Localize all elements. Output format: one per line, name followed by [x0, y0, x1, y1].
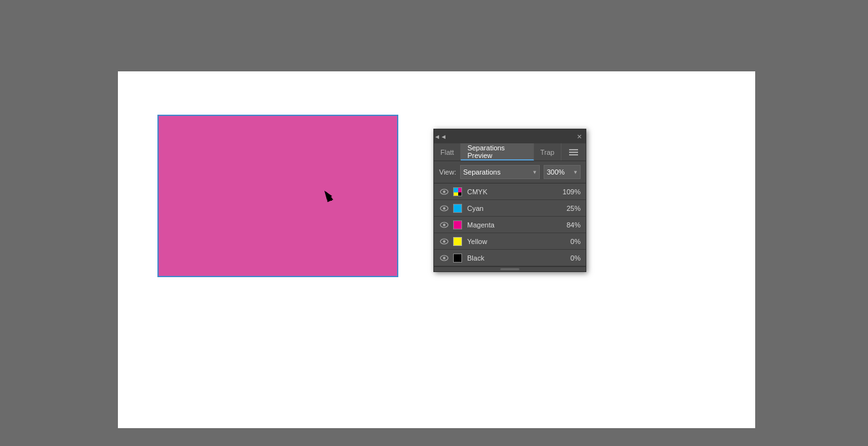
- svg-point-9: [443, 257, 445, 259]
- color-row-magenta[interactable]: Magenta 84%: [434, 217, 586, 233]
- panel-resize-handle[interactable]: [500, 268, 519, 270]
- visibility-icon-black[interactable]: [439, 253, 449, 263]
- tab-trap[interactable]: Trap: [534, 143, 561, 161]
- color-percent-yellow: 0%: [558, 238, 581, 245]
- cmyk-color-swatch: [453, 187, 462, 196]
- color-percent-black: 0%: [558, 254, 581, 262]
- view-select-wrapper: Separations All Custom ▼: [460, 165, 540, 179]
- color-row-cyan[interactable]: Cyan 25%: [434, 200, 586, 217]
- visibility-icon-magenta[interactable]: [439, 220, 449, 230]
- color-name-yellow: Yellow: [467, 238, 558, 245]
- zoom-select[interactable]: 100% 200% 300% 400%: [544, 165, 581, 179]
- color-percent-cyan: 25%: [558, 205, 581, 212]
- color-row-black[interactable]: Black 0%: [434, 250, 586, 266]
- cyan-color-swatch: [453, 204, 462, 213]
- artwork-rectangle: [157, 115, 398, 277]
- panel-menu-button[interactable]: [561, 143, 586, 161]
- panel-tabs: Flatt Separations Preview Trap: [434, 143, 586, 161]
- zoom-select-wrapper: 100% 200% 300% 400% ▼: [544, 165, 581, 179]
- color-percent-magenta: 84%: [558, 221, 581, 229]
- panel-titlebar: ◄◄ ✕: [434, 129, 586, 143]
- black-color-swatch: [453, 254, 462, 263]
- color-name-cmyk: CMYK: [467, 188, 558, 196]
- panel-close-button[interactable]: ✕: [575, 133, 583, 140]
- panel-controls: View: Separations All Custom ▼ 100% 200%…: [434, 161, 586, 183]
- color-name-black: Black: [467, 254, 558, 262]
- visibility-icon-cyan[interactable]: [439, 203, 449, 213]
- panel-titlebar-buttons: ✕: [575, 133, 583, 140]
- color-percent-cmyk: 109%: [558, 188, 581, 196]
- magenta-color-swatch: [453, 220, 462, 229]
- view-select[interactable]: Separations All Custom: [460, 165, 540, 179]
- view-label: View:: [439, 168, 456, 176]
- tab-flatt[interactable]: Flatt: [434, 143, 461, 161]
- cursor-dot: [329, 198, 332, 201]
- svg-point-5: [443, 224, 445, 226]
- yellow-color-swatch: [453, 237, 462, 246]
- panel-collapse-button[interactable]: ◄◄: [437, 133, 444, 140]
- panel-footer: [434, 266, 586, 271]
- tab-separations-preview[interactable]: Separations Preview: [461, 143, 533, 161]
- separations-preview-panel: ◄◄ ✕ Flatt Separations Preview Trap View…: [433, 129, 586, 272]
- hamburger-icon: [567, 147, 581, 158]
- svg-point-3: [443, 207, 445, 210]
- visibility-icon-cmyk[interactable]: [439, 187, 449, 197]
- color-name-magenta: Magenta: [467, 221, 558, 229]
- color-name-cyan: Cyan: [467, 205, 558, 212]
- visibility-icon-yellow[interactable]: [439, 236, 449, 247]
- color-row-yellow[interactable]: Yellow 0%: [434, 233, 586, 250]
- color-row-cmyk[interactable]: CMYK 109%: [434, 183, 586, 200]
- svg-point-7: [443, 240, 445, 243]
- svg-point-1: [443, 191, 445, 193]
